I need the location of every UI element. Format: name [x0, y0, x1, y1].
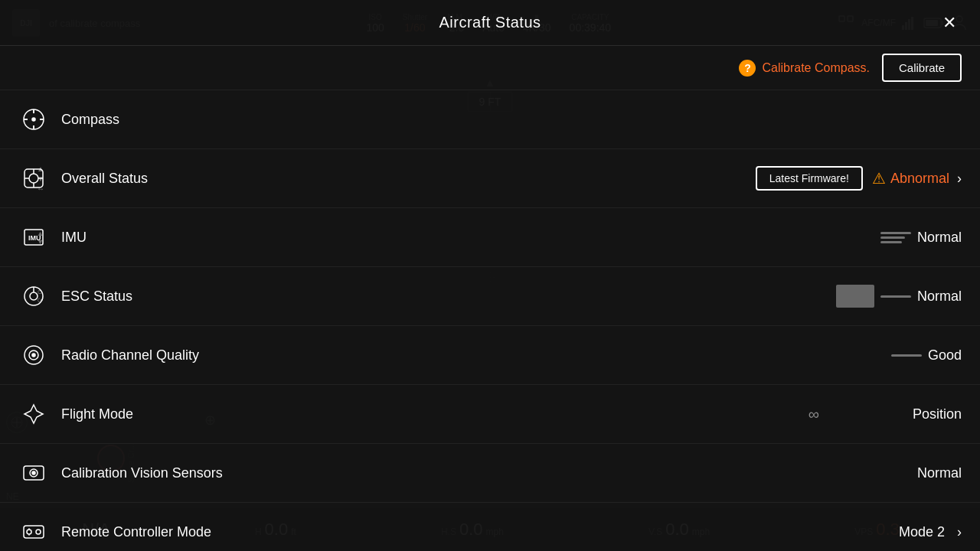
abnormal-badge: ⚠ Abnormal › — [872, 169, 962, 187]
esc-bar-1 — [880, 295, 911, 298]
radio-bar-1 — [891, 354, 922, 357]
status-row-remote-controller[interactable]: Remote Controller Mode Mode 2 › — [0, 503, 980, 551]
status-row-compass: Compass — [0, 90, 980, 149]
remote-controller-icon — [18, 517, 49, 547]
firmware-button[interactable]: Latest Firmware! — [756, 166, 863, 191]
esc-name: ESC Status — [61, 289, 836, 305]
esc-bars — [880, 295, 911, 298]
radio-name: Radio Channel Quality — [61, 347, 891, 364]
alert-question-icon: ? — [739, 60, 756, 77]
radio-svg-icon — [21, 343, 46, 367]
close-button[interactable]: ✕ — [937, 11, 962, 35]
infinity-icon: ∞ — [808, 406, 819, 423]
panel-title: Aircraft Status — [439, 14, 541, 31]
svg-point-37 — [32, 471, 35, 474]
overall-status-name: Overall Status — [61, 171, 756, 187]
status-row-esc: ↻ ↺ ESC Status Normal — [0, 267, 980, 326]
remote-controller-svg-icon — [21, 520, 46, 544]
imu-bar-3 — [880, 241, 902, 243]
radio-status: Good — [928, 347, 962, 364]
imu-bars — [880, 232, 911, 243]
overall-status-icon — [18, 163, 49, 194]
overall-arrows: ▲ ▼ ↔ — [37, 165, 44, 193]
imu-arrows: ▲ ▼ — [37, 230, 44, 246]
compass-icon — [18, 104, 49, 135]
svg-point-16 — [32, 118, 35, 121]
radio-bars — [891, 354, 922, 357]
calibration-vision-name: Calibration Vision Sensors — [61, 465, 917, 481]
status-row-calibration-vision: Calibration Vision Sensors Normal — [0, 444, 980, 503]
flight-mode-icon — [18, 399, 49, 429]
esc-icon — [18, 281, 49, 311]
calibration-vision-svg-icon — [21, 461, 46, 485]
chevron-right-icon: › — [957, 171, 962, 187]
alert-text: Calibrate Compass. — [762, 61, 870, 75]
imu-icon: IMU — [18, 222, 49, 253]
calibrate-button[interactable]: Calibrate — [882, 54, 962, 82]
calibration-vision-status: Normal — [917, 465, 962, 481]
status-row-overall: Overall Status ▲ ▼ ↔ Latest Firmware! ⚠ … — [0, 149, 980, 208]
status-row-radio: Radio Channel Quality Good — [0, 326, 980, 385]
flight-mode-svg-icon — [21, 402, 46, 426]
imu-bar-2 — [880, 236, 905, 239]
compass-name: Compass — [61, 112, 962, 128]
svg-point-34 — [32, 354, 35, 357]
imu-bar-1 — [880, 232, 911, 234]
overall-status-right: Latest Firmware! ⚠ Abnormal › — [756, 166, 962, 191]
warning-triangle-icon: ⚠ — [872, 169, 886, 187]
compass-svg-icon — [21, 107, 46, 132]
svg-point-40 — [36, 530, 41, 534]
flight-mode-status: Position — [913, 406, 962, 422]
remote-controller-chevron: › — [957, 524, 962, 540]
svg-point-39 — [27, 530, 31, 534]
imu-status: Normal — [917, 230, 962, 246]
alert-message: ? Calibrate Compass. — [739, 60, 870, 77]
esc-arrows: ↻ ↺ — [37, 289, 43, 305]
aircraft-status-panel: Aircraft Status ✕ ? Calibrate Compass. C… — [0, 0, 980, 551]
status-row-flight-mode: Flight Mode ∞ Position — [0, 385, 980, 444]
calibration-vision-icon — [18, 458, 49, 488]
abnormal-text: Abnormal — [890, 171, 949, 187]
alert-bar: ? Calibrate Compass. Calibrate — [0, 46, 980, 90]
flight-mode-name: Flight Mode — [61, 406, 913, 422]
remote-controller-right: Mode 2 › — [899, 524, 962, 540]
imu-name: IMU — [61, 230, 880, 246]
panel-header: Aircraft Status ✕ — [0, 0, 980, 46]
radio-icon — [18, 340, 49, 370]
esc-gray-block — [836, 285, 874, 308]
remote-controller-status: Mode 2 — [899, 524, 945, 540]
esc-status: Normal — [917, 289, 962, 305]
remote-controller-name: Remote Controller Mode — [61, 524, 899, 540]
status-row-imu: IMU IMU ▲ ▼ Normal — [0, 208, 980, 267]
status-list: Compass Overall Status ▲ ▼ ↔ — [0, 90, 980, 551]
